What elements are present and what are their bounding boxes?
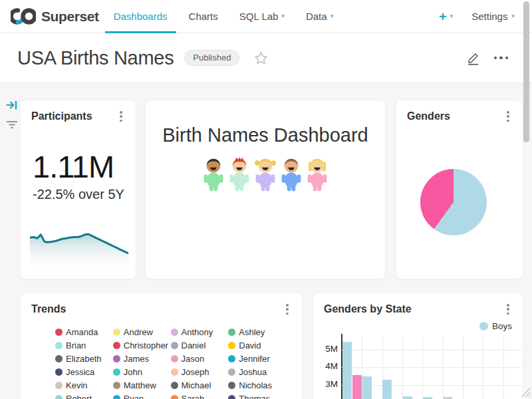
nav-item-sql-lab[interactable]: SQL Lab▾ bbox=[229, 0, 295, 33]
legend-item[interactable]: Anthony bbox=[171, 325, 229, 338]
legend-label: Joseph bbox=[182, 367, 209, 377]
legend-item[interactable]: Joshua bbox=[228, 365, 286, 378]
card-title: Genders bbox=[407, 110, 450, 122]
gridline bbox=[503, 336, 504, 399]
baby-emoji bbox=[253, 156, 277, 195]
favorite-star-icon[interactable] bbox=[254, 51, 268, 65]
legend-label: Ashley bbox=[239, 327, 265, 337]
kebab-menu-icon[interactable] bbox=[503, 303, 513, 316]
legend-item[interactable]: Boys bbox=[479, 321, 512, 331]
legend-dot bbox=[113, 342, 120, 349]
legend-label: James bbox=[124, 354, 149, 364]
legend-dot bbox=[55, 368, 63, 376]
legend-label: Christopher bbox=[124, 340, 168, 350]
legend-item[interactable]: Andrew bbox=[113, 325, 171, 338]
nav-item-data[interactable]: Data▾ bbox=[295, 0, 344, 33]
legend-item[interactable]: James bbox=[113, 352, 171, 365]
header-actions bbox=[466, 51, 515, 65]
legend-item[interactable]: Jason bbox=[171, 352, 229, 365]
bar-chart-plot: 5M4M3M bbox=[342, 336, 522, 399]
kebab-menu-icon[interactable] bbox=[282, 303, 293, 316]
bar-boys[interactable] bbox=[342, 342, 352, 399]
scrollbar[interactable] bbox=[523, 1, 529, 142]
bar-boys[interactable] bbox=[382, 380, 392, 399]
legend-item[interactable]: David bbox=[228, 338, 286, 352]
settings-menu[interactable]: Settings ▾ bbox=[471, 11, 515, 22]
bar-boys[interactable] bbox=[403, 396, 412, 399]
legend-dot bbox=[113, 329, 120, 336]
bar-girls[interactable] bbox=[352, 375, 362, 399]
gridline bbox=[342, 367, 522, 368]
legend-item[interactable]: Nicholas bbox=[228, 378, 286, 392]
bar-boys[interactable] bbox=[362, 376, 372, 399]
superset-app: Superset DashboardsChartsSQL Lab▾Data▾ +… bbox=[0, 0, 532, 399]
legend-item[interactable]: Michael bbox=[171, 378, 229, 392]
legend-item[interactable]: Daniel bbox=[171, 338, 229, 352]
legend-item[interactable]: Kevin bbox=[55, 378, 113, 392]
big-number: 1.11M bbox=[33, 148, 114, 185]
legend-dot bbox=[228, 382, 235, 389]
ellipsis-menu-icon[interactable] bbox=[493, 54, 510, 63]
card-markdown: Birth Names Dashboard bbox=[145, 100, 386, 279]
card-trends: Trends AmandaAndrewAnthonyAshleyBrianChr… bbox=[20, 293, 303, 399]
legend-label: Jennifer bbox=[239, 354, 269, 364]
genders-pie-chart[interactable] bbox=[420, 169, 487, 235]
new-button[interactable]: + ▾ bbox=[439, 10, 453, 23]
legend-item[interactable]: Matthew bbox=[113, 378, 171, 392]
brand[interactable]: Superset bbox=[11, 0, 99, 33]
legend-label: Thomas bbox=[239, 394, 270, 399]
legend-dot bbox=[171, 355, 178, 362]
legend-dot bbox=[228, 368, 235, 376]
legend-item[interactable]: Ashley bbox=[228, 325, 286, 338]
edit-icon[interactable] bbox=[466, 51, 481, 65]
baby-emoji bbox=[279, 156, 303, 195]
nav-item-label: SQL Lab bbox=[239, 11, 279, 22]
nav-item-label: Dashboards bbox=[114, 11, 168, 22]
legend-item[interactable]: Robert bbox=[55, 392, 113, 399]
legend-label: Joshua bbox=[239, 367, 267, 377]
legend-item[interactable]: Ryan bbox=[113, 392, 171, 399]
legend-label: Jessica bbox=[66, 367, 94, 377]
legend-item[interactable]: Elizabeth bbox=[55, 352, 113, 365]
settings-label: Settings bbox=[471, 11, 507, 22]
legend-item[interactable]: Brian bbox=[55, 338, 113, 352]
legend-item[interactable]: Jennifer bbox=[228, 352, 286, 365]
legend-dot bbox=[113, 355, 120, 362]
y-axis-tick: 5M bbox=[314, 344, 338, 354]
legend-label: David bbox=[239, 340, 261, 350]
legend-dot bbox=[171, 329, 178, 336]
card-participants: Participants 1.11M -22.5% over 5Y bbox=[20, 100, 136, 279]
kebab-menu-icon[interactable] bbox=[116, 110, 126, 123]
nav-item-dashboards[interactable]: Dashboards bbox=[103, 0, 178, 33]
filter-lines-icon[interactable] bbox=[6, 120, 18, 130]
gridline bbox=[342, 350, 522, 350]
bar-boys[interactable] bbox=[423, 397, 432, 399]
legend-item[interactable]: Joseph bbox=[171, 365, 229, 378]
status-badge: Published bbox=[184, 50, 239, 66]
legend-dot bbox=[171, 342, 178, 349]
card-genders: Genders bbox=[396, 100, 523, 279]
legend-dot bbox=[228, 329, 235, 336]
legend-item[interactable]: John bbox=[113, 365, 171, 378]
legend-label: Anthony bbox=[182, 327, 213, 337]
caret-down-icon: ▾ bbox=[281, 13, 285, 19]
expand-filter-bar-icon[interactable] bbox=[6, 99, 18, 111]
bar-chart-legend: Boys bbox=[479, 321, 512, 331]
big-number-subheader: -22.5% over 5Y bbox=[33, 187, 124, 202]
legend-item[interactable]: Jessica bbox=[55, 365, 113, 378]
nav-item-charts[interactable]: Charts bbox=[178, 0, 229, 33]
page-title: USA Births Names bbox=[17, 47, 174, 69]
kebab-menu-icon[interactable] bbox=[503, 110, 513, 123]
legend-item[interactable]: Sarah bbox=[171, 392, 229, 399]
legend-item[interactable]: Thomas bbox=[228, 392, 286, 399]
legend-dot bbox=[55, 329, 63, 336]
legend-item[interactable]: Christopher bbox=[113, 338, 171, 352]
legend-dot bbox=[55, 395, 63, 399]
filter-bar-collapsed bbox=[5, 99, 19, 130]
resize-handle-icon[interactable] bbox=[519, 386, 531, 398]
legend-item[interactable]: Amanda bbox=[55, 325, 113, 338]
legend-label: Elizabeth bbox=[66, 354, 101, 364]
nav-item-label: Charts bbox=[189, 11, 218, 22]
legend-dot bbox=[113, 395, 120, 399]
legend-label: Boys bbox=[492, 321, 512, 331]
